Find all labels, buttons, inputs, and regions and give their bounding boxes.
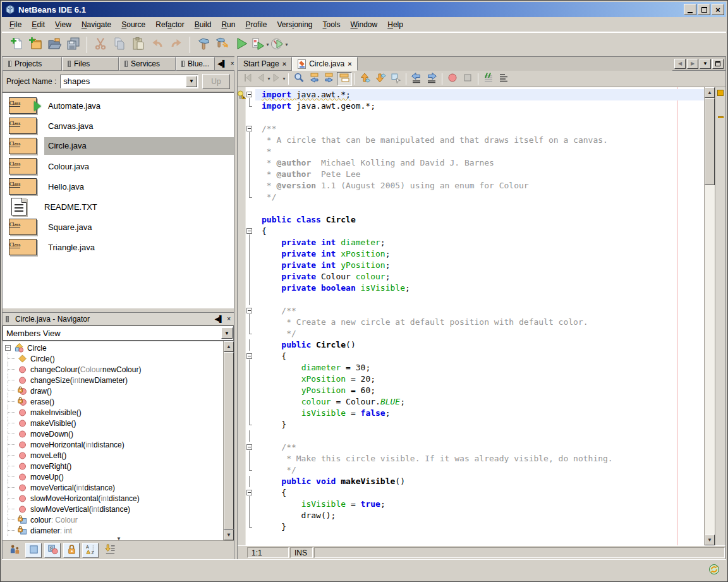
- menu-build[interactable]: Build: [190, 18, 217, 31]
- find-next-button[interactable]: [322, 72, 337, 86]
- navigator-item[interactable]: moveHorizontal(int distance): [3, 439, 223, 450]
- title-bar[interactable]: NetBeans IDE 6.1 ×: [2, 2, 726, 17]
- new-project-button[interactable]: [26, 35, 45, 54]
- navigator-item[interactable]: Circle(): [3, 353, 223, 364]
- scroll-up-icon[interactable]: ▲: [705, 87, 715, 98]
- fold-margin[interactable]: [245, 169, 255, 180]
- fold-margin[interactable]: [245, 385, 255, 396]
- fold-margin[interactable]: [245, 362, 255, 373]
- code-line[interactable]: [238, 430, 704, 442]
- code-line[interactable]: {: [238, 351, 704, 362]
- code-line[interactable]: * @version 1.1 (August 2005) using an en…: [238, 180, 704, 191]
- code-line[interactable]: xPosition = 20;: [238, 373, 704, 385]
- paste-button[interactable]: [129, 35, 148, 54]
- code-line[interactable]: {: [238, 487, 704, 499]
- new-file-button[interactable]: [7, 35, 26, 54]
- start-macro-recording-button[interactable]: [445, 72, 460, 86]
- code-line[interactable]: isVisible = false;: [238, 408, 704, 419]
- navigator-root-item[interactable]: Circle: [3, 343, 223, 353]
- navigator-item[interactable]: changeSize(int newDiameter): [3, 375, 223, 385]
- open-project-button[interactable]: [45, 35, 64, 54]
- clean-build-project-button[interactable]: [213, 35, 232, 54]
- tab-list-dropdown-icon[interactable]: ▼: [700, 59, 711, 69]
- shift-line-left-button[interactable]: [409, 72, 424, 86]
- editor-tab-startpage[interactable]: Start Page×: [238, 57, 292, 71]
- fold-margin[interactable]: [245, 510, 255, 521]
- scroll-tabs-right-icon[interactable]: ▶: [687, 59, 698, 69]
- navigator-item[interactable]: slowMoveVertical(int distance): [3, 504, 223, 514]
- fold-margin[interactable]: [245, 317, 255, 328]
- navigator-item[interactable]: slowMoveHorizontal(int distance): [3, 493, 223, 504]
- fold-margin[interactable]: [245, 499, 255, 510]
- menu-navigate[interactable]: Navigate: [76, 18, 116, 31]
- code-line[interactable]: draw();: [238, 510, 704, 521]
- update-center-icon[interactable]: [708, 564, 720, 577]
- fold-margin[interactable]: [245, 260, 255, 271]
- code-line[interactable]: *: [238, 146, 704, 157]
- fold-collapse-icon[interactable]: [246, 490, 252, 495]
- comment-button[interactable]: [481, 72, 496, 86]
- fold-margin[interactable]: [245, 282, 255, 294]
- dock-panel-icon[interactable]: ◀▌: [217, 60, 227, 67]
- sort-alpha-button[interactable]: AZ: [82, 543, 99, 558]
- code-line[interactable]: * Create a new circle at default positio…: [238, 317, 704, 328]
- fold-collapse-icon[interactable]: [246, 444, 252, 450]
- navigator-item[interactable]: erase(): [3, 396, 223, 407]
- fold-margin[interactable]: [245, 294, 255, 305]
- fold-margin[interactable]: [245, 248, 255, 260]
- code-line[interactable]: public class Circle: [238, 214, 704, 226]
- navigator-tree[interactable]: CircleCircle()changeColour(Colour newCol…: [3, 341, 223, 540]
- menu-help[interactable]: Help: [382, 18, 408, 31]
- menu-window[interactable]: Window: [346, 18, 383, 31]
- dropdown-caret-icon[interactable]: ▾: [285, 42, 288, 47]
- minimize-button[interactable]: [684, 4, 696, 15]
- fold-margin[interactable]: [245, 146, 255, 157]
- build-project-button[interactable]: [194, 35, 213, 54]
- code-line[interactable]: public Circle(): [238, 339, 704, 351]
- file-list-item[interactable]: ClassCircle.java: [3, 136, 234, 156]
- next-bookmark-button[interactable]: [373, 72, 388, 86]
- code-line[interactable]: isVisible = true;: [238, 499, 704, 510]
- tab-services[interactable]: Services: [119, 57, 176, 71]
- expand-all-button[interactable]: [101, 543, 118, 558]
- fold-margin[interactable]: [245, 487, 255, 499]
- save-all-button[interactable]: [64, 35, 83, 54]
- fold-margin[interactable]: [245, 123, 255, 135]
- navigator-item[interactable]: moveUp(): [3, 471, 223, 482]
- close-panel-icon[interactable]: ×: [231, 60, 234, 67]
- copy-button[interactable]: [110, 35, 129, 54]
- scroll-down-icon[interactable]: ▼: [224, 530, 234, 540]
- previous-bookmark-button[interactable]: [358, 72, 373, 86]
- toggle-bookmark-button[interactable]: [388, 72, 403, 86]
- fold-margin[interactable]: [245, 408, 255, 419]
- fold-collapse-icon[interactable]: [246, 308, 252, 313]
- shift-line-right-button[interactable]: [424, 72, 439, 86]
- code-line[interactable]: }: [238, 419, 704, 430]
- navigator-scrollbar[interactable]: ▲ ▼: [223, 341, 234, 540]
- find-selection-button[interactable]: [291, 72, 306, 86]
- cut-button[interactable]: [91, 35, 110, 54]
- fold-collapse-icon[interactable]: [246, 353, 252, 359]
- code-line[interactable]: private int yPosition;: [238, 260, 704, 271]
- fold-margin[interactable]: [245, 464, 255, 476]
- dropdown-caret-icon[interactable]: ▾: [266, 42, 269, 47]
- code-line[interactable]: private boolean isVisible;: [238, 282, 704, 294]
- code-line[interactable]: * @author Pete Lee: [238, 169, 704, 180]
- navigator-item[interactable]: moveDown(): [3, 428, 223, 439]
- code-line[interactable]: }: [238, 521, 704, 533]
- navigator-item[interactable]: makeVisible(): [3, 418, 223, 428]
- fold-margin[interactable]: [245, 305, 255, 317]
- redo-button[interactable]: [167, 35, 186, 54]
- tab-projects[interactable]: Projects: [3, 57, 62, 71]
- navigator-item[interactable]: moveRight(): [3, 461, 223, 471]
- code-line[interactable]: import java.awt.*;: [238, 89, 704, 100]
- close-tab-icon[interactable]: ×: [282, 60, 286, 68]
- fold-margin[interactable]: [245, 430, 255, 442]
- navigator-item[interactable]: changeColour(Colour newColour): [3, 364, 223, 375]
- fold-margin[interactable]: [245, 419, 255, 430]
- menu-source[interactable]: Source: [116, 18, 150, 31]
- uncomment-button[interactable]: [496, 72, 511, 86]
- run-project-button[interactable]: [232, 35, 251, 54]
- maximize-button[interactable]: [698, 4, 710, 15]
- code-line[interactable]: private Colour colour;: [238, 271, 704, 282]
